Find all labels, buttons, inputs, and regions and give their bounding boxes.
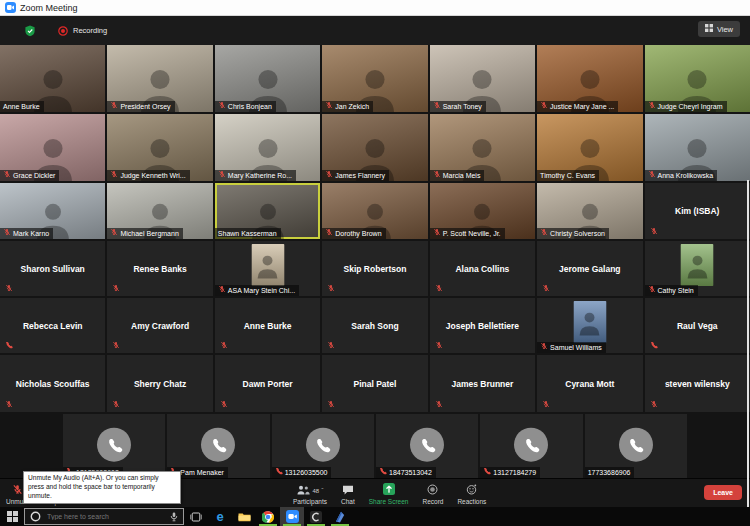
participant-name: steven wilensky <box>645 355 750 412</box>
participant-tile-avatar[interactable]: ASA Mary Stein Chi... <box>215 241 320 296</box>
phone-icon <box>514 428 548 462</box>
search-mic-icon[interactable] <box>170 508 178 526</box>
scrollbar[interactable] <box>747 180 749 507</box>
record-button[interactable]: Record <box>422 481 443 505</box>
windows-taskbar: e <box>0 507 750 526</box>
participant-tile-video[interactable]: President Orsey <box>107 45 212 112</box>
edge-icon[interactable]: e <box>208 507 232 526</box>
participant-tile-video[interactable]: P. Scott Neville, Jr. <box>430 183 535 239</box>
participant-tile-no-video[interactable]: Joseph Bellettiere <box>430 298 535 353</box>
participant-tile-no-video[interactable]: Anne Burke <box>215 298 320 353</box>
participant-name: P. Scott Neville, Jr. <box>443 228 501 239</box>
phone-participant-tile[interactable]: 17733686906 <box>585 414 687 478</box>
chat-button[interactable]: Chat <box>341 481 355 505</box>
participant-tile-video[interactable]: Shawn Kasserman <box>215 183 320 239</box>
participant-tile-no-video[interactable]: steven wilensky <box>645 355 750 412</box>
participant-tile-video[interactable]: Anne Burke <box>0 45 105 112</box>
participant-tile-no-video[interactable]: Jerome Galang <box>537 241 642 296</box>
video-grid-row: Grace DicklerJudge Kenneth Wri...Mary Ka… <box>0 114 750 181</box>
participant-tile-no-video[interactable]: Renee Banks <box>107 241 212 296</box>
mic-off-icon <box>648 285 656 296</box>
person-silhouette-icon <box>577 309 603 343</box>
search-input[interactable] <box>45 512 166 521</box>
participant-tile-no-video[interactable]: Alana Collins <box>430 241 535 296</box>
participant-tile-video[interactable]: Timothy C. Evans <box>537 114 642 181</box>
mic-off-icon <box>435 284 443 292</box>
participant-tile-video[interactable]: Grace Dickler <box>0 114 105 181</box>
participant-name: 17733686906 <box>588 467 631 478</box>
participant-tile-no-video[interactable]: Sarah Song <box>322 298 427 353</box>
mic-off-icon <box>5 284 13 292</box>
mic-off-icon <box>3 228 11 239</box>
participant-tile-no-video[interactable]: Dawn Porter <box>215 355 320 412</box>
participant-name-label: James Flannery <box>322 170 389 181</box>
share-screen-button[interactable]: Share Screen <box>369 481 409 505</box>
participant-tile-no-video[interactable]: Sharon Sullivan <box>0 241 105 296</box>
participant-tile-video[interactable]: Judge Kenneth Wri... <box>107 114 212 181</box>
file-explorer-icon[interactable] <box>232 507 256 526</box>
mic-off-icon <box>325 170 333 181</box>
mic-off-icon <box>650 227 658 235</box>
task-view-icon[interactable] <box>184 507 208 526</box>
reactions-button[interactable]: Reactions <box>457 481 486 505</box>
participant-name-label: Mary Katherine Ro... <box>215 170 296 181</box>
participant-tile-no-video[interactable]: Rebecca Levin <box>0 298 105 353</box>
participant-tile-video[interactable]: Anna Krolikowska <box>645 114 750 181</box>
participant-tile-video[interactable]: Sarah Toney <box>430 45 535 112</box>
mic-off-icon <box>327 400 335 408</box>
windows-start-icon[interactable] <box>0 507 24 526</box>
phone-participant-tile[interactable]: 13126035500 <box>272 414 374 478</box>
mic-off-icon <box>542 284 550 292</box>
taskbar-search-box[interactable] <box>24 508 184 525</box>
participant-tile-video[interactable]: Mary Katherine Ro... <box>215 114 320 181</box>
participant-name-label: Judge Cheyrl Ingram <box>645 101 727 112</box>
leave-button[interactable]: Leave <box>704 485 742 500</box>
participant-name-label: President Orsey <box>107 101 174 112</box>
app-icon-2[interactable] <box>328 507 352 526</box>
phone-off-icon <box>379 467 387 478</box>
phone-participant-tile[interactable]: 13125902608 <box>63 414 165 478</box>
phone-icon <box>201 428 235 462</box>
participant-tile-no-video[interactable]: Kim (ISBA) <box>645 183 750 239</box>
participant-tile-no-video[interactable]: James Brunner <box>430 355 535 412</box>
participant-tile-video[interactable]: Chris Bonjean <box>215 45 320 112</box>
view-button[interactable]: View <box>698 21 740 37</box>
grid-view-icon <box>705 24 713 34</box>
participants-count-badge: 48 <box>312 488 319 494</box>
mic-off-icon <box>433 101 441 112</box>
participant-tile-video[interactable]: Justice Mary Jane ... <box>537 45 642 112</box>
participant-name: Jan Zekich <box>335 101 369 112</box>
app-icon-1[interactable] <box>304 507 328 526</box>
participant-tile-no-video[interactable]: Cyrana Mott <box>537 355 642 412</box>
security-shield-icon[interactable] <box>24 25 36 37</box>
mic-off-icon <box>650 400 658 408</box>
participant-tile-no-video[interactable]: Sherry Chatz <box>107 355 212 412</box>
participant-tile-video[interactable]: Judge Cheyrl Ingram <box>645 45 750 112</box>
mic-off-icon <box>112 400 120 408</box>
participant-tile-avatar[interactable]: Samuel Williams <box>537 298 642 353</box>
participant-tile-no-video[interactable]: Skip Robertson <box>322 241 427 296</box>
participant-tile-video[interactable]: Marcia Meis <box>430 114 535 181</box>
participant-tile-no-video[interactable]: Nicholas Scouffas <box>0 355 105 412</box>
zoom-meeting-window: Zoom Meeting Recording View Anne BurkePr… <box>0 0 750 526</box>
participant-tile-video[interactable]: Christy Solverson <box>537 183 642 239</box>
participant-tile-no-video[interactable]: Raul Vega <box>645 298 750 353</box>
record-label: Record <box>422 498 443 505</box>
chrome-icon[interactable] <box>256 507 280 526</box>
participant-tile-video[interactable]: Dorothy Brown <box>322 183 427 239</box>
chevron-up-icon[interactable]: ˆ <box>321 488 323 493</box>
participant-tile-no-video[interactable]: Pinal Patel <box>322 355 427 412</box>
participant-tile-avatar[interactable]: Cathy Stein <box>645 241 750 296</box>
phone-participant-tile[interactable]: 18473513042 <box>376 414 478 478</box>
participant-tile-video[interactable]: Michael Bergmann <box>107 183 212 239</box>
phone-icon <box>306 428 340 462</box>
participant-name: Mark Karno <box>13 228 49 239</box>
phone-participant-tile[interactable]: 13127184279 <box>480 414 582 478</box>
participant-tile-video[interactable]: Mark Karno <box>0 183 105 239</box>
participants-button[interactable]: 48 ˆ Participants <box>293 481 327 505</box>
zoom-app-icon[interactable] <box>280 507 304 526</box>
participant-tile-no-video[interactable]: Amy Crawford <box>107 298 212 353</box>
participant-tile-video[interactable]: James Flannery <box>322 114 427 181</box>
participant-tile-video[interactable]: Jan Zekich <box>322 45 427 112</box>
phone-participant-tile[interactable]: Pam Menaker <box>167 414 269 478</box>
